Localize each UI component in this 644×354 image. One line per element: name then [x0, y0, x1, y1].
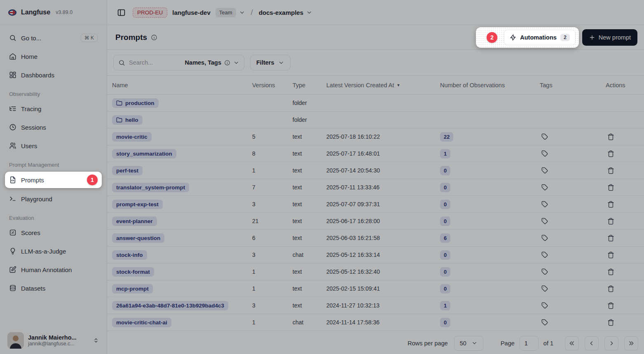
- sidebar-item-datasets[interactable]: Datasets: [5, 280, 102, 296]
- datasets-label: Datasets: [21, 285, 45, 292]
- tag-icon: [541, 268, 548, 275]
- delete-button[interactable]: [606, 199, 616, 210]
- tags-button[interactable]: [540, 317, 550, 327]
- tags-button[interactable]: [540, 132, 550, 142]
- sidebar-item-dashboards[interactable]: Dashboards: [5, 67, 102, 83]
- prompt-name-pill[interactable]: 26a61a94-e3ab-48d7-81e0-13b929bad4c3: [112, 301, 228, 310]
- table-row[interactable]: production folder: [107, 95, 644, 112]
- tags-button[interactable]: [540, 149, 550, 158]
- type-cell: folder: [293, 100, 326, 106]
- search-box: Names, Tags: [113, 55, 244, 70]
- tags-button[interactable]: [540, 233, 550, 243]
- delete-button[interactable]: [606, 250, 616, 260]
- tag-icon: [541, 302, 548, 309]
- sidebar-item-users[interactable]: Users: [5, 138, 102, 154]
- project-switcher-button[interactable]: docs-examples: [259, 9, 312, 16]
- last-page-button[interactable]: [624, 336, 638, 350]
- delete-button[interactable]: [606, 216, 616, 226]
- first-page-button[interactable]: [565, 336, 579, 350]
- delete-button[interactable]: [606, 182, 616, 193]
- tags-cell: [540, 182, 606, 192]
- info-icon[interactable]: [151, 34, 157, 41]
- table-row[interactable]: event-planner 21 text 2025-06-17 16:28:0…: [107, 213, 644, 230]
- page-title: Prompts: [115, 33, 147, 42]
- prompt-name-pill[interactable]: movie-critic-chat-ai: [112, 318, 171, 327]
- page-number-input[interactable]: [520, 336, 539, 351]
- sidebar-item-scores[interactable]: Scores: [5, 225, 102, 240]
- observations-cell: 1: [440, 149, 540, 158]
- created-at-cell: 2025-05-12 16:33:14: [326, 252, 440, 258]
- table-row[interactable]: 26a61a94-e3ab-48d7-81e0-13b929bad4c3 3 t…: [107, 297, 644, 314]
- terminal-icon: [9, 195, 16, 203]
- prompt-name-pill[interactable]: mcp-prompt: [112, 284, 153, 293]
- delete-button[interactable]: [606, 317, 616, 328]
- scores-label: Scores: [21, 229, 40, 236]
- prompt-name-pill[interactable]: stock-info: [112, 250, 147, 260]
- table-row[interactable]: mcp-prompt 1 text 2025-02-15 15:09:41 0: [107, 280, 644, 297]
- table-row[interactable]: movie-critic-chat-ai 1 chat 2024-11-14 1…: [107, 314, 644, 331]
- sidebar-item-human-annotation[interactable]: Human Annotation: [5, 262, 102, 277]
- versions-cell: 8: [252, 150, 293, 157]
- table-row[interactable]: story_summarization 8 text 2025-07-17 16…: [107, 145, 644, 162]
- next-page-button[interactable]: [604, 336, 618, 350]
- delete-button[interactable]: [606, 165, 616, 176]
- tags-button[interactable]: [540, 300, 550, 310]
- prompt-name-pill[interactable]: hello: [112, 115, 143, 125]
- sidebar-item-prompts[interactable]: Prompts 1: [5, 172, 102, 188]
- rows-per-page-select[interactable]: 50: [454, 336, 483, 351]
- previous-page-button[interactable]: [585, 336, 599, 350]
- sidebar-item-home[interactable]: Home: [5, 49, 102, 64]
- delete-button[interactable]: [606, 284, 616, 294]
- filters-button[interactable]: Filters: [250, 55, 290, 70]
- table-row[interactable]: hello folder: [107, 112, 644, 128]
- sidebar-item-llm-judge[interactable]: LLM-as-a-Judge: [5, 243, 102, 259]
- org-switcher-button[interactable]: Team: [215, 8, 245, 17]
- folder-icon: [116, 117, 122, 123]
- table-row[interactable]: perf-test 1 text 2025-07-14 20:54:30 0: [107, 162, 644, 179]
- table-row[interactable]: answer-question 6 text 2025-06-03 16:21:…: [107, 230, 644, 247]
- table-row[interactable]: translator_system-prompt 7 text 2025-07-…: [107, 179, 644, 196]
- column-header-created-at[interactable]: Latest Version Created At ▼: [326, 82, 440, 88]
- sidebar-item-goto[interactable]: Go to... ⌘ K: [5, 30, 102, 46]
- sidebar-item-tracing[interactable]: Tracing: [5, 101, 102, 116]
- tags-button[interactable]: [540, 216, 550, 226]
- sidebar-item-playground[interactable]: Playground: [5, 191, 102, 207]
- delete-button[interactable]: [606, 233, 616, 243]
- sidebar-toggle-button[interactable]: [115, 6, 128, 19]
- chevron-down-icon: [233, 60, 239, 66]
- prompt-name-pill[interactable]: production: [112, 98, 159, 108]
- observations-badge: 0: [440, 284, 450, 293]
- tags-button[interactable]: [540, 284, 550, 293]
- user-menu[interactable]: Jannik Maierho... jannik@langfuse.c...: [5, 331, 102, 350]
- prompt-name-pill[interactable]: translator_system-prompt: [112, 183, 189, 192]
- delete-button[interactable]: [606, 149, 616, 159]
- tags-button[interactable]: [540, 250, 550, 260]
- chevron-down-icon: [239, 9, 245, 16]
- tags-button[interactable]: [540, 267, 550, 277]
- prompt-name-pill[interactable]: story_summarization: [112, 149, 176, 158]
- delete-button[interactable]: [606, 300, 616, 311]
- tags-button[interactable]: [540, 199, 550, 209]
- prompt-name-pill[interactable]: stock-format: [112, 267, 154, 277]
- delete-button[interactable]: [606, 132, 616, 142]
- tags-button[interactable]: [540, 182, 550, 192]
- automations-button[interactable]: Automations 2: [504, 30, 576, 45]
- prompt-name-pill[interactable]: movie-critic: [112, 132, 152, 142]
- table-row[interactable]: stock-info 3 chat 2025-05-12 16:33:14 0: [107, 247, 644, 263]
- delete-button[interactable]: [606, 267, 616, 277]
- search-scope-dropdown[interactable]: Names, Tags: [185, 59, 239, 66]
- search-input[interactable]: [129, 59, 181, 66]
- table-row[interactable]: prompt-exp-test 3 text 2025-07-07 09:37:…: [107, 196, 644, 213]
- new-prompt-button[interactable]: New prompt: [582, 29, 637, 46]
- table-row[interactable]: movie-critic 5 text 2025-07-18 16:10:22 …: [107, 128, 644, 145]
- table-row[interactable]: stock-format 1 text 2025-05-12 16:32:40 …: [107, 263, 644, 280]
- versions-cell: 3: [252, 302, 293, 309]
- prompt-name-pill[interactable]: perf-test: [112, 166, 143, 175]
- sidebar-item-sessions[interactable]: Sessions: [5, 119, 102, 135]
- tags-button[interactable]: [540, 165, 550, 175]
- prompt-name-pill[interactable]: answer-question: [112, 233, 164, 243]
- created-at-cell: 2025-02-15 15:09:41: [326, 285, 440, 292]
- observations-badge: 0: [440, 217, 450, 226]
- prompt-name-pill[interactable]: event-planner: [112, 217, 157, 226]
- prompt-name-pill[interactable]: prompt-exp-test: [112, 200, 163, 209]
